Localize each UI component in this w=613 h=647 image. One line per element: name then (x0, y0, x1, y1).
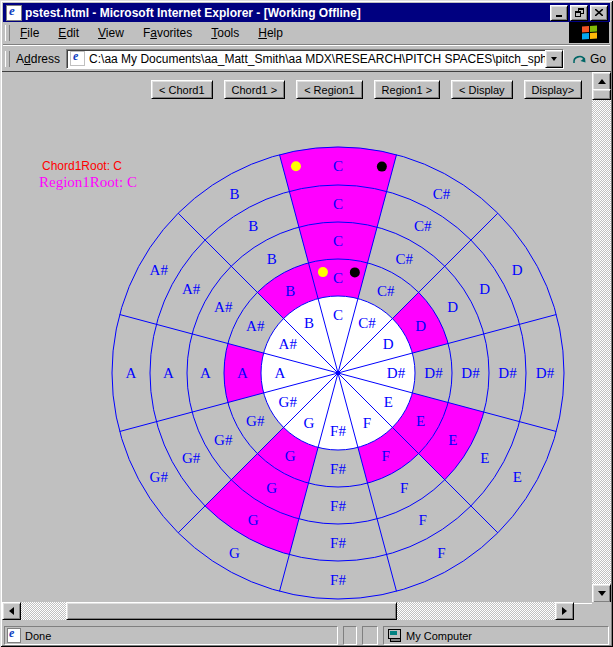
scroll-down-button[interactable] (592, 584, 611, 603)
wheel-label-C-inner: C (333, 307, 343, 323)
menu-items: FileEditViewFavoritesToolsHelp (14, 24, 296, 42)
applet-button-4[interactable]: Region1 > (374, 80, 440, 99)
address-grip-handle[interactable] (5, 51, 10, 67)
black-dot-ring4 (377, 162, 387, 172)
wheel-label-Cs-ring3: C# (414, 218, 432, 234)
address-dropdown-button[interactable] (545, 50, 563, 68)
wheel-label-B-ring1: B (285, 283, 295, 299)
wheel-label-B-ring3: B (248, 218, 258, 234)
wheel-label-As-ring4: A# (150, 262, 169, 278)
wheel-label-Fs-ring1: F# (330, 461, 346, 477)
wheel-label-As-ring1: A# (246, 318, 265, 334)
wheel-label-Fs-ring3: F# (330, 535, 346, 551)
wheel-label-Ds-ring1: D# (424, 365, 443, 381)
wheel-label-Cs-ring2: C# (395, 251, 413, 267)
arrow-right-icon (562, 607, 571, 615)
wheel-hub (336, 371, 340, 375)
address-value[interactable]: C:\aa My Documents\aa_Matt_Smith\aa MDX\… (89, 52, 545, 66)
wheel-label-Cs-ring4: C# (433, 186, 451, 202)
chord-root-label: Chord1Root: C (42, 159, 122, 173)
applet-button-5[interactable]: < Display (451, 80, 513, 99)
scroll-right-button[interactable] (555, 602, 574, 620)
wheel-label-A-ring1: A (237, 365, 248, 381)
menu-item-file[interactable]: File (14, 24, 45, 42)
status-pane-empty-1 (343, 626, 357, 645)
curved-arrow-icon (572, 52, 587, 65)
menu-item-tools[interactable]: Tools (205, 24, 245, 42)
wheel-label-E-inner: E (384, 394, 393, 410)
wheel-label-E-ring4: E (513, 469, 522, 485)
wheel-label-Ds-ring3: D# (498, 365, 517, 381)
restore-button[interactable] (570, 5, 588, 21)
ie-page-icon (70, 51, 85, 66)
wheel-label-C-ring4: C (333, 158, 343, 174)
vertical-scroll-thumb[interactable] (592, 89, 611, 100)
applet-buttons: < Chord1Chord1 >< Region1Region1 >< Disp… (151, 80, 582, 99)
scrollbar-corner (592, 602, 611, 620)
wheel-label-Ds-ring2: D# (461, 365, 480, 381)
wheel-label-E-ring1: E (416, 413, 425, 429)
applet-button-2[interactable]: Chord1 > (224, 80, 286, 99)
wheel-label-B-inner: B (304, 315, 314, 331)
menu-item-favorites[interactable]: Favorites (137, 24, 198, 42)
wheel-label-As-ring3: A# (182, 281, 201, 297)
window-title: pstest.html - Microsoft Internet Explore… (25, 6, 546, 20)
applet-button-6[interactable]: Display> (524, 80, 583, 99)
wheel-label-C-ring3: C (333, 196, 343, 212)
yellow-dot-ring4 (291, 161, 301, 171)
menu-grip-handle[interactable] (5, 25, 10, 41)
menu-item-view[interactable]: View (92, 24, 130, 42)
applet-button-1[interactable]: < Chord1 (151, 80, 213, 99)
wheel-label-F-ring3: F (419, 512, 427, 528)
close-button[interactable] (590, 5, 608, 21)
wheel-label-Gs-ring2: G# (214, 432, 233, 448)
scroll-left-button[interactable] (2, 602, 21, 620)
applet-button-3[interactable]: < Region1 (296, 80, 362, 99)
wheel-label-C-ring1: C (333, 270, 343, 286)
wheel-label-As-inner: A# (279, 336, 298, 352)
arrow-down-icon (598, 591, 606, 600)
wheel-label-G-inner: G (304, 415, 315, 431)
wheel-label-A-inner: A (275, 365, 286, 381)
wheel-label-Gs-inner: G# (279, 394, 298, 410)
wheel-label-Ds-inner: D# (387, 365, 406, 381)
wheel-label-As-ring2: A# (214, 299, 233, 315)
my-computer-icon (387, 629, 402, 642)
wheel-label-D-inner: D (383, 336, 394, 352)
wheel-label-F-ring4: F (437, 545, 445, 561)
browser-window: pstest.html - Microsoft Internet Explore… (0, 0, 613, 647)
wheel-label-D-ring4: D (512, 262, 523, 278)
address-input[interactable]: C:\aa My Documents\aa_Matt_Smith\aa MDX\… (66, 49, 564, 69)
wheel-label-C-ring2: C (333, 233, 343, 249)
wheel-label-D-ring3: D (479, 281, 490, 297)
menu-bar: FileEditViewFavoritesToolsHelp (3, 22, 610, 45)
restore-icon (575, 8, 584, 17)
go-label: Go (590, 52, 606, 66)
address-label: Address (16, 52, 60, 66)
wheel-label-B-ring2: B (267, 251, 277, 267)
close-icon (595, 9, 603, 16)
vertical-scrollbar[interactable] (592, 72, 611, 603)
wheel-label-B-ring4: B (229, 186, 239, 202)
horizontal-scrollbar[interactable] (2, 602, 574, 620)
security-zone-pane: My Computer (383, 626, 609, 645)
address-bar: Address C:\aa My Documents\aa_Matt_Smith… (3, 45, 610, 71)
black-dot-ring1 (350, 267, 360, 277)
minimize-button[interactable] (550, 5, 568, 21)
pitch-wheel: CCCCCC#C#C#C#C#DDDDDD#D#D#D#D#EEEEEFFFFF… (2, 72, 590, 603)
menu-item-help[interactable]: Help (252, 24, 289, 42)
wheel-label-G-ring2: G (266, 480, 277, 496)
wheel-label-D-ring2: D (447, 299, 458, 315)
horizontal-scroll-thumb[interactable] (66, 602, 397, 620)
status-pane-empty-2 (362, 626, 378, 645)
go-button[interactable]: Go (572, 52, 606, 66)
ie-page-icon (6, 5, 22, 21)
wheel-label-A-ring2: A (200, 365, 211, 381)
menu-item-edit[interactable]: Edit (52, 24, 85, 42)
wheel-label-F-ring2: F (400, 480, 408, 496)
wheel-label-Fs-inner: F# (330, 423, 346, 439)
wheel-label-Gs-ring4: G# (150, 469, 169, 485)
arrow-up-icon (598, 75, 606, 84)
status-text: Done (25, 630, 51, 642)
wheel-label-Fs-ring2: F# (330, 498, 346, 514)
